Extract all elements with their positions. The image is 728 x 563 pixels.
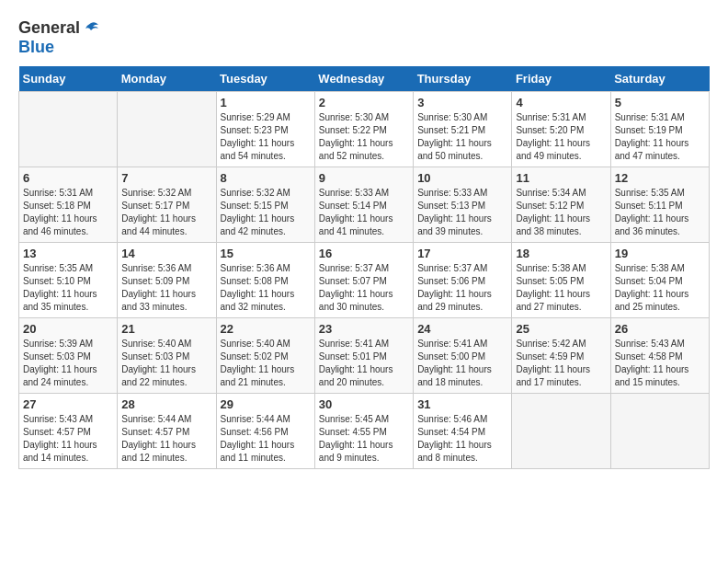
day-number: 13 xyxy=(23,247,113,260)
day-info: Sunrise: 5:37 AMSunset: 5:06 PMDaylight:… xyxy=(417,262,507,314)
day-info: Sunrise: 5:42 AMSunset: 4:59 PMDaylight:… xyxy=(516,338,606,389)
day-number: 20 xyxy=(23,322,113,336)
day-info: Sunrise: 5:31 AMSunset: 5:18 PMDaylight:… xyxy=(23,187,113,238)
day-number: 16 xyxy=(319,247,409,260)
day-number: 8 xyxy=(221,171,311,185)
day-info: Sunrise: 5:33 AMSunset: 5:14 PMDaylight:… xyxy=(319,187,409,238)
col-header-saturday: Saturday xyxy=(610,66,709,92)
logo-bird-icon xyxy=(82,19,100,38)
day-info: Sunrise: 5:43 AMSunset: 4:58 PMDaylight:… xyxy=(615,338,705,389)
day-number: 22 xyxy=(221,322,311,336)
day-number: 12 xyxy=(615,171,705,185)
calendar-cell: 30Sunrise: 5:45 AMSunset: 4:55 PMDayligh… xyxy=(314,394,413,469)
calendar-cell: 14Sunrise: 5:36 AMSunset: 5:09 PMDayligh… xyxy=(118,243,216,318)
calendar-cell: 21Sunrise: 5:40 AMSunset: 5:03 PMDayligh… xyxy=(118,318,216,394)
calendar-cell: 3Sunrise: 5:30 AMSunset: 5:21 PMDaylight… xyxy=(414,92,512,167)
calendar-cell: 25Sunrise: 5:42 AMSunset: 4:59 PMDayligh… xyxy=(512,318,610,394)
calendar-cell: 16Sunrise: 5:37 AMSunset: 5:07 PMDayligh… xyxy=(314,243,413,318)
day-number: 7 xyxy=(121,171,211,185)
calendar-cell: 9Sunrise: 5:33 AMSunset: 5:14 PMDaylight… xyxy=(314,167,413,243)
day-number: 31 xyxy=(417,397,507,411)
day-info: Sunrise: 5:36 AMSunset: 5:08 PMDaylight:… xyxy=(221,262,311,314)
col-header-thursday: Thursday xyxy=(414,66,512,92)
day-number: 17 xyxy=(417,247,507,260)
logo-blue: Blue xyxy=(18,38,54,57)
day-number: 27 xyxy=(23,397,113,411)
col-header-sunday: Sunday xyxy=(19,66,118,92)
calendar-cell: 12Sunrise: 5:35 AMSunset: 5:11 PMDayligh… xyxy=(610,167,709,243)
calendar-cell: 26Sunrise: 5:43 AMSunset: 4:58 PMDayligh… xyxy=(610,318,709,394)
day-info: Sunrise: 5:34 AMSunset: 5:12 PMDaylight:… xyxy=(516,187,606,238)
calendar-cell: 28Sunrise: 5:44 AMSunset: 4:57 PMDayligh… xyxy=(118,394,216,469)
day-number: 23 xyxy=(319,322,409,336)
calendar-cell: 23Sunrise: 5:41 AMSunset: 5:01 PMDayligh… xyxy=(314,318,413,394)
calendar-cell: 17Sunrise: 5:37 AMSunset: 5:06 PMDayligh… xyxy=(414,243,512,318)
day-number: 21 xyxy=(121,322,211,336)
logo-general: General xyxy=(18,18,80,38)
day-info: Sunrise: 5:37 AMSunset: 5:07 PMDaylight:… xyxy=(319,262,409,314)
calendar-cell xyxy=(118,92,216,167)
calendar-cell: 7Sunrise: 5:32 AMSunset: 5:17 PMDaylight… xyxy=(118,167,216,243)
day-info: Sunrise: 5:30 AMSunset: 5:22 PMDaylight:… xyxy=(319,111,409,163)
day-number: 5 xyxy=(615,96,705,109)
day-number: 3 xyxy=(417,96,507,109)
day-info: Sunrise: 5:36 AMSunset: 5:09 PMDaylight:… xyxy=(121,262,211,314)
day-number: 6 xyxy=(23,171,113,185)
day-info: Sunrise: 5:30 AMSunset: 5:21 PMDaylight:… xyxy=(417,111,507,163)
calendar-week-row: 6Sunrise: 5:31 AMSunset: 5:18 PMDaylight… xyxy=(19,167,710,243)
calendar-table: SundayMondayTuesdayWednesdayThursdayFrid… xyxy=(18,66,710,469)
day-info: Sunrise: 5:31 AMSunset: 5:20 PMDaylight:… xyxy=(516,111,606,163)
calendar-cell: 4Sunrise: 5:31 AMSunset: 5:20 PMDaylight… xyxy=(512,92,610,167)
calendar-cell: 15Sunrise: 5:36 AMSunset: 5:08 PMDayligh… xyxy=(216,243,314,318)
day-number: 4 xyxy=(516,96,606,109)
day-number: 19 xyxy=(615,247,705,260)
day-number: 28 xyxy=(121,397,211,411)
day-info: Sunrise: 5:35 AMSunset: 5:10 PMDaylight:… xyxy=(23,262,113,314)
day-number: 15 xyxy=(221,247,311,260)
day-info: Sunrise: 5:46 AMSunset: 4:54 PMDaylight:… xyxy=(417,413,507,465)
calendar-header-row: SundayMondayTuesdayWednesdayThursdayFrid… xyxy=(19,66,710,92)
calendar-cell: 8Sunrise: 5:32 AMSunset: 5:15 PMDaylight… xyxy=(216,167,314,243)
day-info: Sunrise: 5:45 AMSunset: 4:55 PMDaylight:… xyxy=(319,413,409,465)
day-number: 2 xyxy=(319,96,409,109)
day-info: Sunrise: 5:41 AMSunset: 5:00 PMDaylight:… xyxy=(417,338,507,389)
day-info: Sunrise: 5:29 AMSunset: 5:23 PMDaylight:… xyxy=(221,111,311,163)
calendar-week-row: 20Sunrise: 5:39 AMSunset: 5:03 PMDayligh… xyxy=(19,318,710,394)
calendar-cell: 20Sunrise: 5:39 AMSunset: 5:03 PMDayligh… xyxy=(19,318,118,394)
day-info: Sunrise: 5:40 AMSunset: 5:02 PMDaylight:… xyxy=(221,338,311,389)
day-info: Sunrise: 5:32 AMSunset: 5:15 PMDaylight:… xyxy=(221,187,311,238)
calendar-cell: 6Sunrise: 5:31 AMSunset: 5:18 PMDaylight… xyxy=(19,167,118,243)
day-info: Sunrise: 5:31 AMSunset: 5:19 PMDaylight:… xyxy=(615,111,705,163)
calendar-cell xyxy=(610,394,709,469)
calendar-cell: 29Sunrise: 5:44 AMSunset: 4:56 PMDayligh… xyxy=(216,394,314,469)
calendar-cell: 18Sunrise: 5:38 AMSunset: 5:05 PMDayligh… xyxy=(512,243,610,318)
day-info: Sunrise: 5:44 AMSunset: 4:57 PMDaylight:… xyxy=(121,413,211,465)
col-header-tuesday: Tuesday xyxy=(216,66,314,92)
day-info: Sunrise: 5:44 AMSunset: 4:56 PMDaylight:… xyxy=(221,413,311,465)
calendar-cell: 24Sunrise: 5:41 AMSunset: 5:00 PMDayligh… xyxy=(414,318,512,394)
calendar-cell: 19Sunrise: 5:38 AMSunset: 5:04 PMDayligh… xyxy=(610,243,709,318)
day-info: Sunrise: 5:33 AMSunset: 5:13 PMDaylight:… xyxy=(417,187,507,238)
day-number: 11 xyxy=(516,171,606,185)
calendar-cell: 27Sunrise: 5:43 AMSunset: 4:57 PMDayligh… xyxy=(19,394,118,469)
page-header: General Blue xyxy=(18,18,710,57)
calendar-cell: 5Sunrise: 5:31 AMSunset: 5:19 PMDaylight… xyxy=(610,92,709,167)
col-header-monday: Monday xyxy=(118,66,216,92)
calendar-cell xyxy=(19,92,118,167)
day-number: 25 xyxy=(516,322,606,336)
calendar-cell xyxy=(512,394,610,469)
calendar-week-row: 27Sunrise: 5:43 AMSunset: 4:57 PMDayligh… xyxy=(19,394,710,469)
day-info: Sunrise: 5:41 AMSunset: 5:01 PMDaylight:… xyxy=(319,338,409,389)
calendar-week-row: 1Sunrise: 5:29 AMSunset: 5:23 PMDaylight… xyxy=(19,92,710,167)
calendar-cell: 13Sunrise: 5:35 AMSunset: 5:10 PMDayligh… xyxy=(19,243,118,318)
day-info: Sunrise: 5:32 AMSunset: 5:17 PMDaylight:… xyxy=(121,187,211,238)
day-info: Sunrise: 5:35 AMSunset: 5:11 PMDaylight:… xyxy=(615,187,705,238)
calendar-cell: 1Sunrise: 5:29 AMSunset: 5:23 PMDaylight… xyxy=(216,92,314,167)
day-info: Sunrise: 5:39 AMSunset: 5:03 PMDaylight:… xyxy=(23,338,113,389)
day-number: 26 xyxy=(615,322,705,336)
calendar-cell: 22Sunrise: 5:40 AMSunset: 5:02 PMDayligh… xyxy=(216,318,314,394)
day-number: 29 xyxy=(221,397,311,411)
logo: General Blue xyxy=(18,18,100,57)
day-number: 24 xyxy=(417,322,507,336)
col-header-friday: Friday xyxy=(512,66,610,92)
